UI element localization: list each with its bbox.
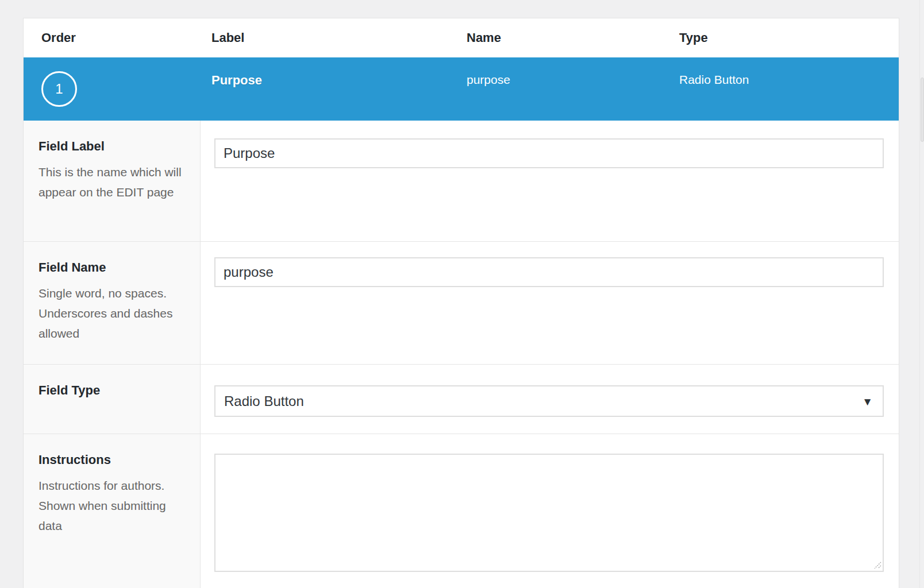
- instructions-control-cell: [201, 434, 899, 588]
- vertical-scrollbar-thumb[interactable]: [921, 78, 924, 142]
- instructions-title: Instructions: [38, 452, 183, 467]
- instructions-textarea-wrap: [214, 454, 884, 572]
- instructions-textarea[interactable]: [214, 454, 884, 572]
- instructions-label-cell: Instructions Instructions for authors. S…: [24, 434, 201, 588]
- field-type-title: Field Type: [38, 383, 183, 398]
- field-name-cell: purpose: [467, 57, 679, 121]
- form-row-instructions: Instructions Instructions for authors. S…: [24, 434, 899, 588]
- field-label-input[interactable]: [214, 138, 884, 168]
- field-name-input[interactable]: [214, 257, 884, 287]
- form-row-field-name: Field Name Single word, no spaces. Under…: [24, 241, 899, 364]
- field-name-description: Single word, no spaces. Underscores and …: [38, 283, 183, 343]
- field-label-description: This is the name which will appear on th…: [38, 162, 183, 202]
- field-type-control-cell: Radio Button ▼: [201, 365, 899, 434]
- field-type-cell: Radio Button: [679, 57, 899, 121]
- column-header-label: Label: [211, 30, 467, 45]
- column-header-order: Order: [24, 30, 211, 45]
- field-group-table: Order Label Name Type 1 Purpose purpose …: [23, 18, 899, 588]
- column-header-name: Name: [467, 30, 679, 45]
- field-name-control-cell: [201, 242, 899, 364]
- field-type-selected-value: Radio Button: [224, 393, 304, 409]
- dropdown-arrow-icon: ▼: [862, 396, 873, 407]
- field-label-cell: Purpose: [211, 57, 467, 121]
- active-field-row[interactable]: 1 Purpose purpose Radio Button: [24, 57, 899, 121]
- field-name-title: Field Name: [38, 260, 183, 275]
- order-number: 1: [55, 81, 63, 97]
- column-header-type: Type: [679, 30, 899, 45]
- field-label-title: Field Label: [38, 139, 183, 154]
- field-type-label-cell: Field Type: [24, 365, 201, 434]
- field-label-label-cell: Field Label This is the name which will …: [24, 121, 201, 241]
- field-order-cell: 1: [24, 57, 211, 121]
- field-label-control-cell: [201, 121, 899, 241]
- form-row-field-label: Field Label This is the name which will …: [24, 121, 899, 241]
- form-row-field-type: Field Type Radio Button ▼: [24, 364, 899, 434]
- vertical-scrollbar-track[interactable]: [919, 0, 924, 588]
- instructions-description: Instructions for authors. Shown when sub…: [38, 475, 183, 536]
- order-number-badge: 1: [41, 71, 77, 107]
- field-name-label-cell: Field Name Single word, no spaces. Under…: [24, 242, 201, 364]
- table-header-row: Order Label Name Type: [24, 18, 899, 57]
- field-type-select[interactable]: Radio Button ▼: [214, 385, 884, 417]
